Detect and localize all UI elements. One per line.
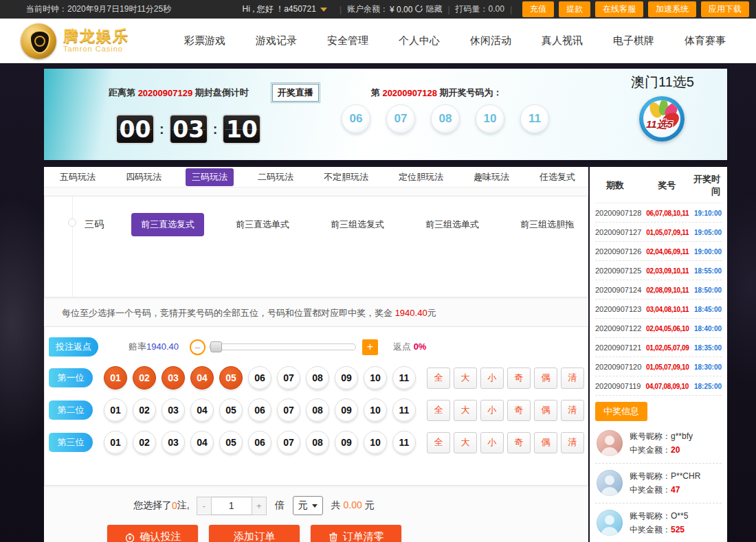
quick-button-2-4[interactable]: 偶: [534, 432, 557, 453]
number-ball-第三位-04[interactable]: 04: [190, 431, 214, 454]
topbar-button-1[interactable]: 提款: [559, 1, 590, 17]
quick-button-0-2[interactable]: 小: [480, 368, 504, 389]
nav-item-1[interactable]: 游戏记录: [256, 34, 297, 47]
topbar-button-0[interactable]: 充值: [522, 1, 554, 17]
clear-orders-button[interactable]: 订单清零: [311, 525, 401, 542]
number-ball-第三位-11[interactable]: 11: [392, 431, 416, 454]
quick-button-2-2[interactable]: 小: [480, 432, 504, 453]
rebate-slider[interactable]: [209, 343, 356, 350]
multiplier-input[interactable]: [212, 497, 252, 515]
tab-3[interactable]: 二码玩法: [252, 168, 300, 186]
number-ball-第二位-09[interactable]: 09: [335, 398, 358, 422]
number-ball-第二位-05[interactable]: 05: [219, 398, 243, 422]
tab-0[interactable]: 五码玩法: [54, 168, 102, 186]
tab-1[interactable]: 四码玩法: [120, 168, 168, 186]
quick-button-0-1[interactable]: 大: [454, 368, 477, 389]
tab-6[interactable]: 趣味玩法: [467, 168, 515, 186]
number-ball-第二位-08[interactable]: 08: [306, 398, 329, 422]
live-draw-button[interactable]: 开奖直播: [272, 84, 319, 102]
winners-badge[interactable]: 中奖信息: [595, 402, 647, 421]
number-ball-第二位-04[interactable]: 04: [190, 398, 214, 422]
quick-button-1-2[interactable]: 小: [480, 400, 504, 421]
play-mode-4[interactable]: 前三组选胆拖: [511, 213, 583, 236]
quick-button-0-4[interactable]: 偶: [534, 368, 557, 389]
topbar-button-4[interactable]: 应用下载: [701, 1, 749, 17]
quick-button-2-0[interactable]: 全: [427, 432, 450, 453]
number-ball-第一位-02[interactable]: 02: [133, 366, 156, 389]
number-ball-第一位-04[interactable]: 04: [190, 366, 214, 389]
slider-handle[interactable]: [210, 341, 222, 352]
play-mode-0[interactable]: 前三直选复式: [131, 213, 204, 236]
hide-balance-link[interactable]: 隐藏: [425, 3, 442, 15]
play-mode-2[interactable]: 前三组选复式: [321, 213, 394, 236]
number-ball-第二位-03[interactable]: 03: [162, 398, 185, 422]
number-ball-第一位-05[interactable]: 05: [219, 366, 243, 389]
number-ball-第一位-08[interactable]: 08: [306, 366, 329, 389]
tab-4[interactable]: 不定胆玩法: [318, 168, 375, 186]
number-ball-第三位-03[interactable]: 03: [162, 431, 185, 454]
number-ball-第三位-08[interactable]: 08: [306, 431, 329, 454]
quick-button-1-3[interactable]: 奇: [507, 400, 531, 421]
quick-button-1-1[interactable]: 大: [454, 400, 477, 421]
unit-select[interactable]: 元: [293, 496, 323, 515]
user-greeting[interactable]: Hi , 您好 ！a450721: [243, 3, 316, 15]
quick-button-0-0[interactable]: 全: [427, 368, 450, 389]
quick-button-0-5[interactable]: 清: [561, 368, 584, 389]
number-ball-第二位-06[interactable]: 06: [248, 398, 271, 422]
tab-7[interactable]: 任选复式: [533, 168, 581, 186]
play-mode-3[interactable]: 前三组选单式: [416, 213, 489, 236]
number-ball-第一位-10[interactable]: 10: [364, 366, 387, 389]
number-ball-第二位-02[interactable]: 02: [133, 398, 156, 422]
quick-button-2-3[interactable]: 奇: [507, 432, 531, 453]
quick-button-0-3[interactable]: 奇: [507, 368, 531, 389]
refresh-icon[interactable]: [414, 4, 423, 15]
history-issue: 20200907119: [595, 382, 641, 390]
number-ball-第三位-05[interactable]: 05: [219, 431, 243, 454]
number-ball-第一位-07[interactable]: 07: [277, 366, 300, 389]
nav-item-5[interactable]: 真人视讯: [542, 34, 583, 47]
number-ball-第二位-10[interactable]: 10: [364, 398, 387, 422]
rebate-minus-button[interactable]: –: [190, 339, 205, 355]
number-ball-第一位-11[interactable]: 11: [392, 366, 416, 389]
number-ball-第一位-09[interactable]: 09: [335, 366, 358, 389]
topbar-button-2[interactable]: 在线客服: [595, 1, 643, 17]
quick-button-1-0[interactable]: 全: [427, 400, 450, 421]
tab-5[interactable]: 定位胆玩法: [392, 168, 449, 186]
number-ball-第二位-11[interactable]: 11: [392, 398, 416, 422]
number-ball-第一位-06[interactable]: 06: [248, 366, 271, 389]
play-mode-1[interactable]: 前三直选单式: [226, 213, 299, 236]
brand[interactable]: 腾龙娱乐 Tamron Casino: [21, 23, 129, 59]
quick-button-2-1[interactable]: 大: [454, 432, 477, 453]
number-ball-第二位-01[interactable]: 01: [104, 398, 127, 422]
topbar-button-3[interactable]: 加速系统: [648, 1, 696, 17]
svg-text:¥: ¥: [128, 535, 131, 541]
rebate-pill[interactable]: 投注返点: [49, 337, 98, 357]
quick-button-1-5[interactable]: 清: [561, 400, 584, 421]
number-ball-第三位-07[interactable]: 07: [277, 431, 300, 454]
confirm-bet-button[interactable]: ¥ 确认投注: [107, 525, 198, 542]
nav-item-4[interactable]: 休闲活动: [470, 34, 511, 47]
number-ball-第一位-01[interactable]: 01: [104, 366, 127, 389]
quick-button-2-5[interactable]: 清: [561, 432, 584, 453]
number-ball-第三位-02[interactable]: 02: [133, 431, 156, 454]
number-ball-第三位-09[interactable]: 09: [335, 431, 358, 454]
nav-item-2[interactable]: 安全管理: [327, 34, 368, 47]
chevron-down-icon[interactable]: [320, 8, 327, 12]
nav-item-6[interactable]: 电子棋牌: [613, 34, 654, 47]
nav-item-0[interactable]: 彩票游戏: [184, 34, 225, 47]
number-ball-第三位-06[interactable]: 06: [248, 431, 271, 454]
number-ball-第一位-03[interactable]: 03: [162, 366, 185, 389]
multiplier-plus-button[interactable]: +: [252, 497, 267, 515]
tab-2[interactable]: 三码玩法: [186, 168, 234, 186]
number-ball-第三位-01[interactable]: 01: [104, 431, 127, 454]
number-ball-第二位-07[interactable]: 07: [277, 398, 300, 422]
countdown-hours: 00: [115, 114, 155, 144]
add-order-button[interactable]: 添加订单: [209, 525, 300, 542]
winner-name: O**5: [671, 511, 688, 521]
quick-button-1-4[interactable]: 偶: [534, 400, 557, 421]
multiplier-minus-button[interactable]: -: [197, 497, 212, 515]
nav-item-3[interactable]: 个人中心: [399, 34, 440, 47]
rebate-plus-button[interactable]: +: [362, 339, 378, 355]
nav-item-7[interactable]: 体育赛事: [685, 34, 726, 47]
number-ball-第三位-10[interactable]: 10: [364, 431, 387, 454]
